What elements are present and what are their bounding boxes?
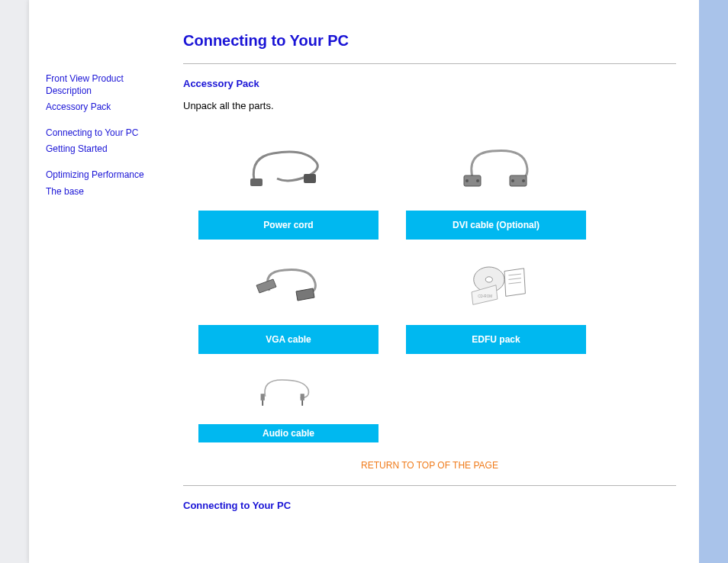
svg-text:CD-ROM: CD-ROM <box>478 294 492 298</box>
accessory-dvi-cable: DVI cable (Optional) <box>406 131 586 240</box>
accessory-grid: Power cord DVI cable (Optional) <box>183 131 676 449</box>
nav-accessory-pack[interactable]: Accessory Pack <box>46 101 156 114</box>
right-accent-bar <box>699 0 728 563</box>
svg-rect-12 <box>262 401 263 406</box>
nav-group: Connecting to Your PC Getting Started <box>46 127 156 156</box>
sidebar-nav: Front View Product Description Accessory… <box>29 0 165 563</box>
audio-cable-label: Audio cable <box>198 424 378 442</box>
accessory-row: VGA cable CD-ROM EDFU pack <box>198 246 661 354</box>
nav-group: Optimizing Performance The base <box>46 169 156 198</box>
return-to-top: RETURN TO TOP OF THE PAGE <box>183 458 676 471</box>
svg-rect-0 <box>250 179 263 186</box>
accessory-audio-cable: Audio cable <box>198 360 378 442</box>
svg-rect-14 <box>301 401 303 406</box>
page-container: Front View Product Description Accessory… <box>29 0 699 563</box>
edfu-pack-label: EDFU pack <box>406 325 586 354</box>
nav-connecting-pc[interactable]: Connecting to Your PC <box>46 127 156 140</box>
vga-cable-image <box>198 246 378 320</box>
divider <box>183 63 676 64</box>
unpack-instruction: Unpack all the parts. <box>183 100 676 111</box>
nav-group: Front View Product Description Accessory… <box>46 73 156 114</box>
power-cord-label: Power cord <box>198 211 378 240</box>
accessory-row: Power cord DVI cable (Optional) <box>198 131 661 240</box>
nav-front-view[interactable]: Front View Product Description <box>46 73 156 97</box>
accessory-pack-heading: Accessory Pack <box>183 78 676 89</box>
svg-rect-13 <box>301 394 304 401</box>
edfu-pack-image: CD-ROM <box>406 246 586 320</box>
accessory-power-cord: Power cord <box>198 131 378 240</box>
nav-optimizing[interactable]: Optimizing Performance <box>46 169 156 182</box>
svg-point-4 <box>465 179 469 182</box>
nav-the-base[interactable]: The base <box>46 186 156 198</box>
divider <box>183 485 676 486</box>
main-content: Connecting to Your PC Accessory Pack Unp… <box>165 0 699 563</box>
audio-cable-image <box>198 360 378 420</box>
nav-getting-started[interactable]: Getting Started <box>46 143 156 156</box>
svg-point-5 <box>476 179 479 182</box>
dvi-cable-label: DVI cable (Optional) <box>406 211 586 240</box>
svg-point-9 <box>485 277 492 282</box>
svg-point-7 <box>522 179 525 182</box>
connecting-pc-heading: Connecting to Your PC <box>183 500 676 511</box>
accessory-edfu-pack: CD-ROM EDFU pack <box>406 246 586 354</box>
svg-rect-11 <box>261 394 265 401</box>
accessory-vga-cable: VGA cable <box>198 246 378 354</box>
svg-rect-1 <box>304 174 316 183</box>
return-to-top-link[interactable]: RETURN TO TOP OF THE PAGE <box>361 460 498 471</box>
power-cord-image <box>198 131 378 206</box>
svg-point-6 <box>511 179 514 182</box>
dvi-cable-image <box>406 131 586 206</box>
accessory-row: Audio cable <box>198 360 661 442</box>
vga-cable-label: VGA cable <box>198 325 378 354</box>
page-title: Connecting to Your PC <box>183 32 676 50</box>
